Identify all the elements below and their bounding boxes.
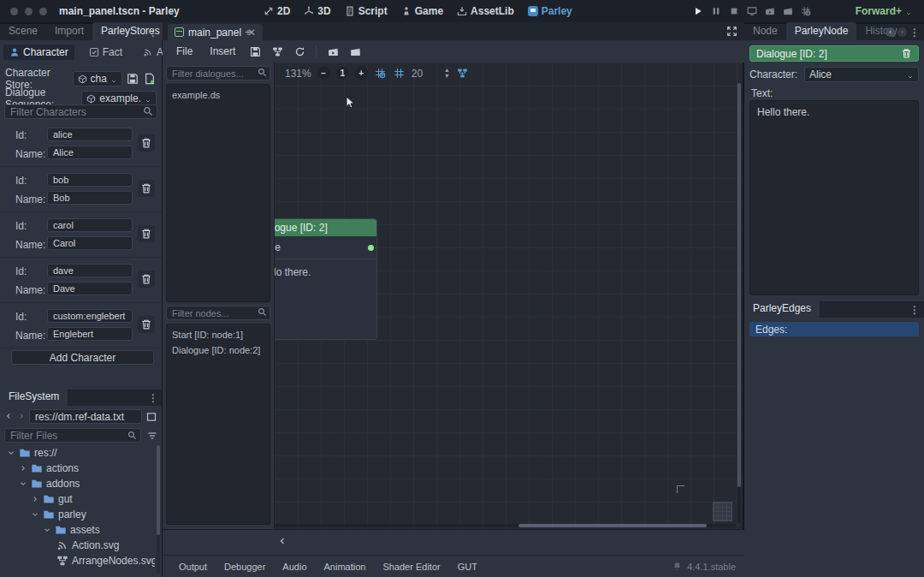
history-forward-icon[interactable] (16, 411, 27, 423)
notification-bell-icon[interactable] (672, 562, 682, 571)
bottom-tab-audio[interactable]: Audio (275, 559, 314, 574)
workspace-game[interactable]: Game (401, 5, 443, 17)
character-id-field[interactable] (47, 173, 133, 187)
tab-filesystem[interactable]: FileSystem (0, 388, 68, 406)
pause-button[interactable] (711, 6, 721, 16)
window-minimize-button[interactable] (25, 8, 33, 15)
tree-item-parley[interactable]: parley (2, 507, 155, 522)
dialogue-text-area[interactable]: Hello there. (749, 100, 919, 295)
test-dialogue-from-start-button[interactable] (346, 44, 364, 59)
new-tab-button[interactable]: + (245, 26, 252, 39)
file-menu[interactable]: File (169, 44, 199, 59)
stop-button[interactable] (729, 6, 739, 16)
dialogue-graph-canvas[interactable]: 131% − 1 + 20 ▲▼ Dialogue [ID: 2] Alice … (274, 62, 743, 529)
tab-node[interactable]: Node (744, 22, 786, 40)
character-name-field[interactable] (47, 191, 133, 205)
sort-files-icon[interactable] (145, 428, 160, 443)
snap-toggle-icon[interactable] (374, 67, 387, 80)
workspace-parley[interactable]: Parley (528, 5, 572, 17)
character-store-dropdown[interactable]: cha (73, 71, 122, 86)
tree-item-action-svg[interactable]: Action.svg (2, 538, 155, 553)
refresh-button[interactable] (290, 44, 309, 59)
tab-scene[interactable]: Scene (0, 22, 46, 40)
test-dialogue-button[interactable] (323, 44, 342, 59)
add-character-button[interactable]: Add Character (11, 350, 154, 365)
delete-node-button[interactable] (901, 48, 912, 59)
store-tab-character[interactable]: Character (3, 45, 74, 60)
workspace-assetlib[interactable]: AssetLib (457, 5, 514, 17)
bottom-tab-debugger[interactable]: Debugger (216, 559, 273, 574)
tab-import[interactable]: Import (46, 22, 92, 40)
chevron-right-icon[interactable] (31, 495, 39, 503)
tree-item-actions[interactable]: actions (2, 461, 155, 476)
bottom-tab-output[interactable]: Output (171, 559, 215, 574)
insert-menu[interactable]: Insert (203, 44, 242, 59)
play-custom-scene-button[interactable] (783, 6, 793, 16)
dock-menu-icon[interactable]: ⋮ (909, 304, 920, 316)
bottom-tab-shader-editor[interactable]: Shader Editor (375, 559, 447, 574)
inspector-back-icon[interactable]: ‹ (886, 27, 895, 37)
remote-debug-button[interactable] (747, 6, 757, 16)
delete-character-button[interactable] (138, 134, 155, 152)
tree-item-assets[interactable]: assets (2, 522, 155, 538)
window-zoom-button[interactable] (39, 8, 47, 15)
window-close-button[interactable] (10, 8, 18, 15)
output-port[interactable] (368, 245, 374, 251)
zoom-reset-button[interactable]: 1 (336, 67, 349, 80)
tab-parleynode[interactable]: ParleyNode (786, 22, 857, 40)
movie-maker-button[interactable] (801, 6, 811, 16)
tree-item-addons[interactable]: addons (2, 476, 155, 491)
character-select-dropdown[interactable]: Alice (804, 67, 919, 82)
chevron-down-icon[interactable] (19, 479, 27, 488)
character-name-field[interactable] (47, 146, 133, 159)
character-id-field[interactable] (47, 309, 133, 323)
window-controls[interactable] (10, 8, 47, 15)
graph-hscrollbar[interactable] (275, 524, 736, 527)
tree-item-gut[interactable]: gut (2, 491, 155, 507)
bottom-tab-animation[interactable]: Animation (317, 559, 374, 574)
expand-panel-icon[interactable] (726, 26, 737, 37)
filetree-scrollbar[interactable] (157, 445, 160, 574)
zoom-out-button[interactable]: − (317, 67, 330, 80)
arrange-nodes-button[interactable] (268, 44, 287, 59)
node-list-item[interactable]: Dialogue [ID: node:2] (167, 342, 270, 358)
filter-files-input[interactable] (4, 428, 141, 443)
collapse-sidebar-button[interactable] (276, 534, 288, 548)
store-tab-fact[interactable]: Fact (83, 45, 128, 60)
delete-character-button[interactable] (138, 316, 155, 333)
tree-item-res[interactable]: res:// (2, 445, 155, 461)
dock-menu-icon[interactable]: ⋮ (148, 27, 158, 39)
workspace-3d[interactable]: 3D (304, 5, 330, 17)
minimap-toggle-icon[interactable] (456, 67, 469, 80)
bottom-tab-gut[interactable]: GUT (450, 559, 485, 574)
character-id-field[interactable] (47, 128, 133, 141)
node-list-item[interactable]: Start [ID: node:1] (167, 327, 270, 342)
snap-spinner[interactable]: ▲▼ (444, 68, 450, 79)
history-back-icon[interactable] (3, 411, 14, 423)
dock-menu-icon[interactable]: ⋮ (148, 392, 158, 404)
zoom-in-button[interactable]: + (355, 67, 368, 80)
dialogue-list-item[interactable]: example.ds (167, 87, 270, 103)
chevron-down-icon[interactable] (7, 449, 15, 457)
grid-toggle-icon[interactable] (393, 67, 406, 80)
character-name-field[interactable] (47, 236, 133, 250)
filter-nodes-input[interactable] (166, 306, 270, 320)
split-view-icon[interactable] (145, 409, 158, 425)
snap-distance-value[interactable]: 20 (412, 68, 423, 80)
tree-item-arrangenodes-svg[interactable]: ArrangeNodes.svg (2, 553, 155, 568)
tab-parleyedges[interactable]: ParleyEdges (744, 300, 820, 318)
workspace-2d[interactable]: 2D (264, 5, 290, 17)
save-store-button[interactable] (127, 71, 139, 86)
delete-character-button[interactable] (138, 225, 155, 242)
character-id-field[interactable] (47, 218, 133, 232)
graph-vscrollbar[interactable] (737, 83, 741, 522)
delete-character-button[interactable] (138, 271, 155, 288)
new-store-button[interactable] (144, 71, 157, 86)
graph-minimap[interactable] (713, 502, 732, 521)
chevron-right-icon[interactable] (19, 464, 27, 473)
character-name-field[interactable] (47, 282, 133, 295)
filter-dialogues-input[interactable] (166, 66, 270, 80)
chevron-down-icon[interactable] (31, 510, 39, 519)
delete-character-button[interactable] (138, 180, 155, 197)
filesystem-path[interactable]: res://dm.ref-data.txt (29, 409, 142, 424)
